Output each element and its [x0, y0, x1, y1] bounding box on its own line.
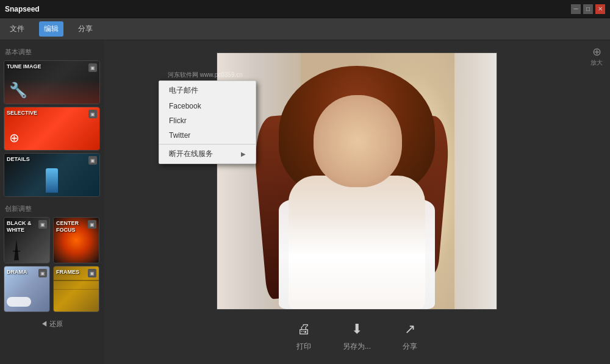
restore-button[interactable]: ◀ 还原 — [41, 319, 63, 329]
save-as-button[interactable]: ⬇ 另存为... — [343, 319, 371, 352]
main-image — [217, 52, 497, 310]
tune-image-label: TUNE IMAGE — [7, 63, 41, 70]
content-area: ⊕ 放大 🖨 — [104, 40, 610, 364]
tool-drama[interactable]: DRAMA ▣ — [4, 266, 50, 312]
selective-icon: ⊕ — [9, 130, 20, 145]
dropdown-email[interactable]: 电子邮件 — [159, 82, 256, 99]
selective-badge: ▣ — [88, 110, 97, 118]
dropdown-flickr[interactable]: Flickr — [159, 113, 256, 128]
toolbar-file[interactable]: 文件 — [5, 21, 29, 37]
main-layout: 基本调整 TUNE IMAGE 🔧 ▣ SELECTIVE — [0, 40, 610, 364]
tool-center-focus[interactable]: CENTERFOCUS ▣ — [53, 217, 99, 263]
body — [289, 176, 425, 309]
tool-details[interactable]: DETAILS ▣ — [4, 153, 100, 197]
toolbar-share[interactable]: 分享 — [73, 21, 98, 37]
magnify-button[interactable]: ⊕ 放大 — [590, 45, 603, 67]
photo-display — [217, 53, 497, 309]
email-label: 电子邮件 — [169, 85, 198, 96]
facebook-label: Facebook — [169, 102, 201, 110]
twitter-label: Twitter — [169, 131, 190, 140]
sidebar: 基本调整 TUNE IMAGE 🔧 ▣ SELECTIVE — [0, 40, 104, 364]
selective-label: SELECTIVE — [7, 110, 37, 116]
details-icon — [46, 168, 58, 193]
save-icon: ⬇ — [347, 319, 367, 339]
details-badge: ▣ — [88, 156, 97, 165]
print-label: 打印 — [296, 341, 311, 352]
woman-silhouette — [259, 66, 455, 309]
frames-label: FRAMES — [56, 269, 79, 276]
flickr-label: Flickr — [169, 116, 187, 125]
action-bar: 🖨 打印 ⬇ 另存为... ↗ 分享 — [294, 319, 420, 352]
bw-badge: ▣ — [38, 220, 47, 229]
drama-cloud-icon — [7, 297, 31, 307]
face — [314, 95, 401, 188]
share-label: 分享 — [403, 341, 417, 352]
dropdown-disconnect[interactable]: 断开在线服务 ▶ — [159, 146, 256, 162]
details-label: DETAILS — [7, 156, 30, 163]
share-button[interactable]: ↗ 分享 — [400, 319, 420, 352]
tune-image-badge: ▣ — [88, 63, 97, 72]
window-controls: ─ □ ✕ — [571, 4, 605, 14]
magnify-label: 放大 — [590, 59, 603, 67]
frames-badge: ▣ — [88, 269, 96, 277]
tool-frames[interactable]: FRAMES ▣ — [53, 266, 99, 312]
restore-bar: ◀ 还原 — [4, 315, 100, 334]
close-button[interactable]: ✕ — [595, 4, 605, 14]
disconnect-arrow: ▶ — [241, 151, 246, 157]
drama-badge: ▣ — [38, 269, 47, 277]
dropdown-divider — [159, 144, 256, 145]
cf-badge: ▣ — [88, 220, 96, 229]
frames-line1 — [54, 280, 99, 281]
dropdown-menu: 电子邮件 Facebook Flickr Twitter 断开在线服务 ▶ — [159, 80, 256, 164]
section-creative-label: 创新调整 — [4, 202, 100, 217]
frames-line2 — [54, 289, 99, 290]
share-icon: ↗ — [400, 319, 420, 339]
save-label: 另存为... — [343, 341, 371, 352]
section-basic-label: 基本调整 — [4, 45, 100, 60]
share-dropdown: 电子邮件 Facebook Flickr Twitter 断开在线服务 ▶ — [159, 80, 256, 164]
eiffel-icon — [9, 238, 24, 260]
top-toolbar: 文件 编辑 分享 — [0, 18, 610, 40]
cf-label: CENTERFOCUS — [56, 220, 79, 234]
drama-label: DRAMA — [7, 269, 27, 276]
print-icon: 🖨 — [294, 319, 314, 339]
sidebar-content: 基本调整 TUNE IMAGE 🔧 ▣ SELECTIVE — [0, 40, 104, 364]
toolbar-edit[interactable]: 编辑 — [39, 21, 63, 37]
maximize-button[interactable]: □ — [583, 4, 593, 14]
disconnect-label: 断开在线服务 — [169, 149, 213, 159]
minimize-button[interactable]: ─ — [571, 4, 581, 14]
tool-tune-image[interactable]: TUNE IMAGE 🔧 ▣ — [4, 60, 100, 104]
dropdown-twitter[interactable]: Twitter — [159, 128, 256, 143]
tool-selective[interactable]: SELECTIVE ⊕ ▣ — [4, 107, 100, 151]
title-bar: Snapseed ─ □ ✕ — [0, 0, 610, 18]
app-title: Snapseed — [5, 5, 571, 13]
curtain-right — [454, 53, 497, 309]
tool-black-white[interactable]: BLACK &WHITE ▣ — [4, 217, 50, 263]
dropdown-facebook[interactable]: Facebook — [159, 99, 256, 113]
svg-rect-1 — [13, 251, 20, 252]
svg-marker-0 — [14, 240, 19, 260]
tune-image-icon: 🔧 — [9, 82, 27, 99]
print-button[interactable]: 🖨 打印 — [294, 319, 314, 352]
bw-label: BLACK &WHITE — [7, 220, 32, 234]
